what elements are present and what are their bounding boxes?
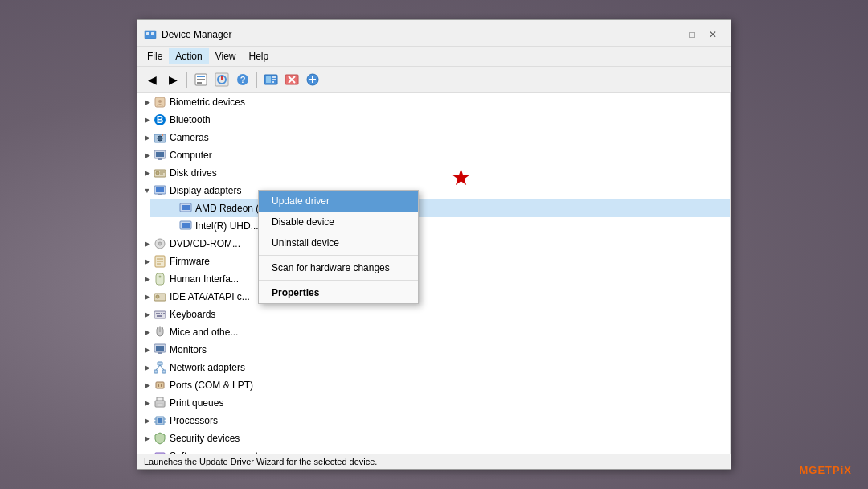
expander-softwarecomp[interactable]: ▶ <box>141 450 154 454</box>
toolbar-add[interactable] <box>303 70 322 89</box>
expander-monitors[interactable]: ▶ <box>141 343 154 356</box>
svg-text:?: ? <box>240 75 246 84</box>
expander-print[interactable]: ▶ <box>141 397 154 409</box>
toolbar-help[interactable]: ? <box>233 70 252 89</box>
tree-item-print[interactable]: ▶ Print queues <box>137 394 730 412</box>
tree-item-computer[interactable]: ▶ Computer <box>137 146 730 164</box>
tree-item-firmware[interactable]: ▶ Firmware <box>137 253 730 270</box>
svg-rect-1 <box>146 32 149 35</box>
svg-rect-75 <box>157 404 163 406</box>
svg-point-29 <box>162 134 163 136</box>
tree-item-display[interactable]: ▼ Display adapters <box>137 182 730 199</box>
toolbar-uninstall[interactable] <box>282 70 301 89</box>
tree-item-network[interactable]: ▶ Network adapters <box>137 359 730 376</box>
device-tree[interactable]: ▶ Biometric devices ▶ B Bluetooth ▶ <box>137 93 731 454</box>
computer-label: Computer <box>170 150 212 161</box>
tree-item-security[interactable]: ▶ Security devices <box>137 429 730 447</box>
close-button[interactable]: ✕ <box>703 27 723 43</box>
expander-cameras[interactable]: ▶ <box>141 131 154 144</box>
svg-rect-63 <box>156 346 164 351</box>
ctx-disable-device[interactable]: Disable device <box>259 212 418 232</box>
expander-biometric[interactable]: ▶ <box>141 96 154 109</box>
svg-line-68 <box>156 365 160 370</box>
tree-item-amd[interactable]: ▶ AMD Radeon (TM) RX 640 <box>150 199 730 217</box>
dvd-icon <box>154 237 166 250</box>
status-bar: Launches the Update Driver Wizard for th… <box>137 454 731 469</box>
toolbar-forward[interactable]: ▶ <box>163 70 182 89</box>
tree-item-biometric[interactable]: ▶ Biometric devices <box>137 93 730 111</box>
menu-help[interactable]: Help <box>243 48 276 64</box>
tree-item-processors[interactable]: ▶ Processors <box>137 412 730 429</box>
tree-item-monitors[interactable]: ▶ Monitors <box>137 341 730 359</box>
menu-file[interactable]: File <box>141 48 169 64</box>
expander-keyboards[interactable]: ▶ <box>141 308 154 321</box>
expander-ide[interactable]: ▶ <box>141 290 154 303</box>
window-icon <box>144 28 157 41</box>
svg-rect-6 <box>197 82 202 84</box>
expander-computer[interactable]: ▶ <box>141 149 154 162</box>
svg-rect-13 <box>266 76 271 83</box>
menu-action[interactable]: Action <box>169 48 208 64</box>
hid-icon <box>154 273 166 286</box>
tree-item-mice[interactable]: ▶ Mice and othe... <box>137 323 730 341</box>
svg-rect-32 <box>158 158 162 160</box>
tree-item-keyboards[interactable]: ▶ Keyboards <box>137 306 730 323</box>
tree-item-ports[interactable]: ▶ Ports (COM & LPT) <box>137 376 730 394</box>
tree-item-hid[interactable]: ▶ Human Interfa... <box>137 270 730 288</box>
maximize-button[interactable]: □ <box>682 27 702 43</box>
toolbar: ◀ ▶ ? <box>137 67 731 93</box>
tree-item-dvd[interactable]: ▶ DVD/CD-ROM... <box>137 235 730 253</box>
ctx-scan-hardware[interactable]: Scan for hardware changes <box>259 257 418 278</box>
expander-processors[interactable]: ▶ <box>141 414 154 427</box>
expander-security[interactable]: ▶ <box>141 432 154 445</box>
svg-rect-77 <box>158 418 162 423</box>
content-area: ▶ Biometric devices ▶ B Bluetooth ▶ <box>137 93 731 454</box>
monitors-label: Monitors <box>170 344 207 355</box>
ctx-update-driver[interactable]: Update driver <box>259 191 418 212</box>
expander-dvd[interactable]: ▶ <box>141 237 154 250</box>
expander-bluetooth[interactable]: ▶ <box>141 113 154 126</box>
svg-point-51 <box>159 276 162 278</box>
toolbar-back[interactable]: ◀ <box>142 70 162 89</box>
expander-firmware[interactable]: ▶ <box>141 255 154 268</box>
tree-item-cameras[interactable]: ▶ Cameras <box>137 129 730 146</box>
svg-rect-41 <box>182 205 190 210</box>
expander-display[interactable]: ▼ <box>141 184 154 197</box>
intel-label: Intel(R) UHD... <box>195 220 259 232</box>
ctx-uninstall-device[interactable]: Uninstall device <box>259 232 418 253</box>
tree-item-intel[interactable]: ▶ Intel(R) UHD... <box>150 217 730 235</box>
svg-rect-58 <box>163 313 165 314</box>
ctx-properties[interactable]: Properties <box>259 282 418 303</box>
svg-point-28 <box>158 136 162 141</box>
security-label: Security devices <box>170 433 240 444</box>
svg-rect-64 <box>158 352 162 354</box>
minimize-button[interactable]: — <box>661 27 681 43</box>
network-icon <box>154 361 166 374</box>
svg-rect-66 <box>154 370 158 373</box>
status-text: Launches the Update Driver Wizard for th… <box>144 457 377 466</box>
expander-disk[interactable]: ▶ <box>141 166 154 179</box>
expander-mice[interactable]: ▶ <box>141 326 154 339</box>
tree-item-bluetooth[interactable]: ▶ B Bluetooth <box>137 111 730 129</box>
expander-hid[interactable]: ▶ <box>141 273 154 286</box>
cameras-label: Cameras <box>170 132 209 143</box>
menu-view[interactable]: View <box>209 48 243 64</box>
title-bar: Device Manager — □ ✕ <box>137 20 731 47</box>
svg-rect-38 <box>156 187 164 192</box>
tree-item-disk[interactable]: ▶ Disk drives <box>137 164 730 182</box>
tree-item-softwarecomp[interactable]: ▶ Software components <box>137 447 730 454</box>
expander-ports[interactable]: ▶ <box>141 379 154 392</box>
expander-network[interactable]: ▶ <box>141 361 154 374</box>
svg-rect-56 <box>158 313 160 314</box>
computer-icon <box>154 149 166 162</box>
toolbar-properties[interactable] <box>191 70 211 89</box>
toolbar-scan[interactable] <box>212 70 231 89</box>
intel-icon <box>179 220 192 232</box>
display-label: Display adapters <box>170 185 241 196</box>
toolbar-update-driver[interactable] <box>261 70 280 89</box>
print-icon <box>154 397 166 409</box>
network-label: Network adapters <box>170 362 245 373</box>
tree-item-ide[interactable]: ▶ IDE ATA/ATAPI c... <box>137 288 730 306</box>
display-icon <box>154 184 166 197</box>
svg-rect-55 <box>156 313 158 314</box>
